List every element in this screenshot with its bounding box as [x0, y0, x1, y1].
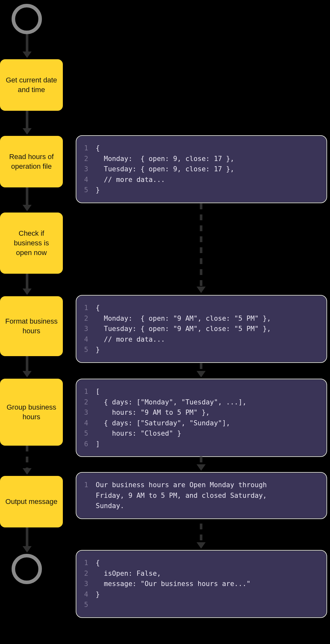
dashed-arrow [200, 524, 202, 543]
line-number: 3 [84, 164, 96, 175]
dashed-arrow [200, 204, 202, 287]
code-text: Sunday. [96, 501, 124, 511]
line-number: 3 [84, 579, 96, 589]
arrow-head-icon [23, 371, 32, 377]
arrow-head-icon [23, 546, 32, 553]
code-text: // more data... [96, 175, 165, 185]
process-label: Output message [5, 497, 57, 507]
arrow-head-icon [197, 464, 206, 471]
code-text: Our business hours are Open Monday throu… [96, 480, 267, 490]
code-text: Tuesday: { open: 9, close: 17 }, [96, 164, 234, 175]
process-get-datetime: Get current date and time [0, 59, 63, 111]
code-text: Friday, 9 AM to 5 PM, and closed Saturda… [96, 490, 267, 501]
code-text: { [96, 303, 100, 313]
code-text: hours: "9 AM to 5 PM" }, [96, 407, 210, 418]
code-text: Tuesday: { open: "9 AM", close: "5 PM" }… [96, 324, 271, 334]
line-number: 2 [84, 313, 96, 324]
arrow-head-icon [23, 52, 32, 58]
code-text: { [96, 143, 100, 154]
dashed-arrow [26, 446, 28, 469]
arrow [26, 527, 28, 547]
code-text: message: "Our business hours are..." [96, 579, 250, 589]
line-number: 5 [84, 185, 96, 195]
arrow-head-icon [23, 468, 32, 475]
line-number: 1 [84, 558, 96, 568]
arrow [26, 187, 28, 205]
code-text: // more data... [96, 334, 165, 345]
line-number: 4 [84, 589, 96, 600]
code-text: ] [96, 439, 100, 450]
line-number: 2 [84, 397, 96, 408]
code-text: { [96, 558, 100, 568]
line-number: 4 [84, 334, 96, 345]
code-text: Monday: { open: 9, close: 17 }, [96, 154, 234, 164]
code-panel-formatted-hours: 1{ 2 Monday: { open: "9 AM", close: "5 P… [76, 295, 327, 363]
line-number: 1 [84, 480, 96, 490]
line-number: 1 [84, 303, 96, 313]
code-panel-grouped-hours: 1[ 2 { days: ["Monday", "Tuesday", ...],… [76, 379, 327, 457]
line-number: 1 [84, 143, 96, 154]
code-text: { days: ["Saturday", "Sunday"], [96, 418, 230, 429]
process-label: Get current date and time [5, 75, 58, 94]
code-text: Monday: { open: "9 AM", close: "5 PM" }, [96, 313, 271, 324]
arrow [26, 111, 28, 129]
process-format-hours: Format business hours [0, 296, 63, 356]
arrow-head-icon [23, 128, 32, 135]
code-panel-result-object: 1{ 2 isOpen: False, 3 message: "Our busi… [76, 550, 327, 618]
arrow-head-icon [23, 205, 32, 211]
arrow [26, 34, 28, 52]
line-number [84, 501, 96, 511]
process-output-message: Output message [0, 476, 63, 527]
arrow [26, 356, 28, 372]
process-check-open: Check if business is open now [0, 213, 63, 274]
line-number: 4 [84, 418, 96, 429]
line-number: 1 [84, 386, 96, 397]
code-panel-raw-hours: 1{ 2 Monday: { open: 9, close: 17 }, 3 T… [76, 135, 327, 203]
line-number: 5 [84, 600, 96, 610]
arrow-head-icon [197, 287, 206, 293]
line-number: 6 [84, 439, 96, 450]
line-number: 3 [84, 407, 96, 418]
line-number [84, 490, 96, 501]
code-text: [ [96, 386, 100, 397]
arrow-head-icon [197, 542, 206, 549]
code-text: } [96, 345, 100, 355]
flowchart-canvas: Get current date and time Read hours of … [0, 0, 330, 644]
line-number: 2 [84, 154, 96, 164]
line-number: 5 [84, 345, 96, 355]
process-label: Format business hours [5, 317, 58, 336]
process-label: Read hours of operation file [5, 152, 58, 171]
line-number: 3 [84, 324, 96, 334]
arrow-head-icon [23, 289, 32, 295]
process-label: Check if business is open now [5, 229, 58, 257]
line-number: 2 [84, 568, 96, 579]
line-number: 5 [84, 428, 96, 439]
code-text: isOpen: False, [96, 568, 161, 579]
process-group-hours: Group business hours [0, 379, 63, 446]
code-text: } [96, 185, 100, 195]
arrow [26, 274, 28, 289]
code-text: { days: ["Monday", "Tuesday", ...], [96, 397, 247, 408]
arrow-head-icon [197, 371, 206, 377]
process-read-hours-file: Read hours of operation file [0, 136, 63, 187]
line-number: 4 [84, 175, 96, 185]
code-text: } [96, 589, 100, 600]
code-text: hours: "Closed" } [96, 428, 181, 439]
end-node [12, 554, 42, 584]
code-panel-output-text: 1Our business hours are Open Monday thro… [76, 472, 327, 519]
process-label: Group business hours [5, 402, 58, 421]
start-node [12, 4, 42, 34]
